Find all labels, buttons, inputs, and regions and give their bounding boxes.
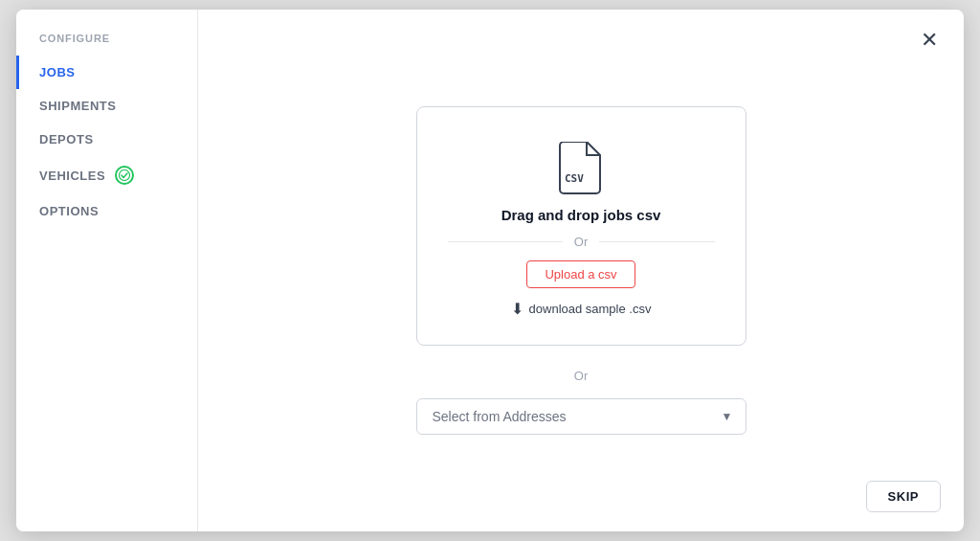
- svg-text:CSV: CSV: [565, 172, 584, 185]
- download-icon: ⬇: [511, 300, 523, 318]
- or-label: Or: [574, 369, 588, 383]
- sidebar-item-label-jobs: JOBS: [39, 65, 75, 79]
- sidebar-item-label-shipments: SHIPMENTS: [39, 99, 117, 113]
- select-wrapper: Select from Addresses ▼: [416, 398, 746, 435]
- select-container: Select from Addresses ▼: [416, 398, 746, 435]
- csv-icon: CSV: [558, 142, 604, 195]
- main-content: ✕ CSV Drag and drop jobs csv Or Upload a…: [198, 10, 964, 531]
- sidebar-item-label-vehicles: VEHICLES: [39, 169, 105, 183]
- modal: Configure JOBS SHIPMENTS DEPOTS VEHICLES: [16, 10, 964, 531]
- close-button[interactable]: ✕: [914, 25, 945, 56]
- modal-overlay: Configure JOBS SHIPMENTS DEPOTS VEHICLES: [0, 0, 980, 541]
- sidebar-item-vehicles[interactable]: VEHICLES: [16, 156, 197, 194]
- sidebar-item-label-options: OPTIONS: [39, 204, 99, 218]
- sidebar: Configure JOBS SHIPMENTS DEPOTS VEHICLES: [16, 10, 198, 531]
- download-sample-link[interactable]: ⬇ download sample .csv: [511, 300, 652, 318]
- sidebar-item-label-depots: DEPOTS: [39, 132, 94, 147]
- dropzone-or-divider: Or: [448, 235, 715, 249]
- sidebar-item-jobs[interactable]: JOBS: [16, 56, 197, 89]
- dropzone: CSV Drag and drop jobs csv Or Upload a c…: [416, 106, 746, 346]
- download-label: download sample .csv: [529, 302, 652, 316]
- sidebar-item-options[interactable]: OPTIONS: [16, 194, 197, 228]
- upload-csv-button[interactable]: Upload a csv: [526, 260, 635, 288]
- svg-point-0: [120, 170, 130, 181]
- dropzone-title: Drag and drop jobs csv: [501, 207, 661, 223]
- or-section: Or: [574, 369, 588, 383]
- sidebar-item-shipments[interactable]: SHIPMENTS: [16, 89, 197, 123]
- vehicles-check-icon: [115, 166, 134, 185]
- skip-button[interactable]: SKIP: [866, 481, 941, 512]
- select-from-addresses[interactable]: Select from Addresses: [416, 398, 746, 435]
- sidebar-section-label: Configure: [16, 33, 197, 56]
- sidebar-item-depots[interactable]: DEPOTS: [16, 123, 197, 156]
